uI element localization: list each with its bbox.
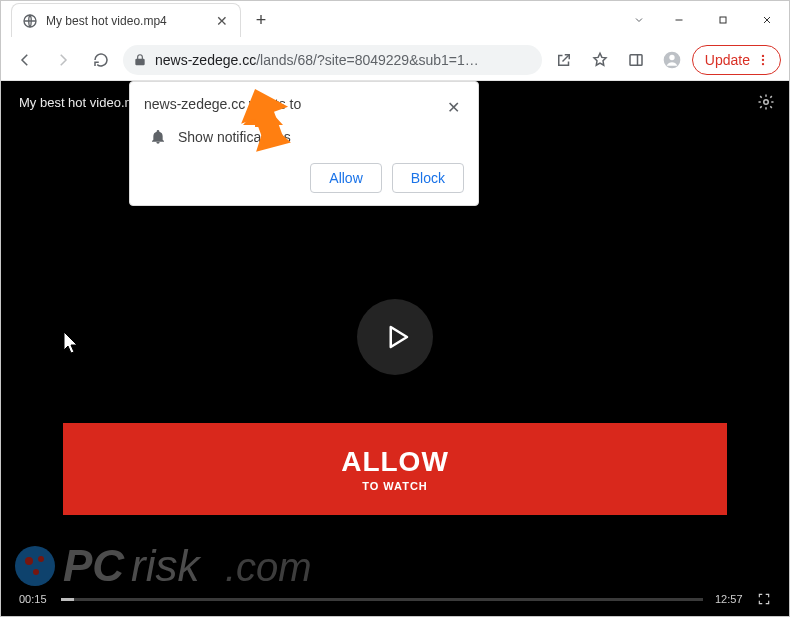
allow-banner-main: ALLOW	[341, 446, 449, 478]
watermark: PC risk .com	[13, 526, 393, 596]
tab-title: My best hot video.mp4	[46, 14, 204, 28]
progress-bar[interactable]	[61, 598, 703, 601]
back-button[interactable]	[9, 44, 41, 76]
allow-button[interactable]: Allow	[310, 163, 381, 193]
share-button[interactable]	[548, 44, 580, 76]
lock-icon	[133, 53, 147, 67]
svg-point-5	[762, 54, 764, 56]
profile-button[interactable]	[656, 44, 688, 76]
time-current: 00:15	[19, 593, 49, 605]
svg-text:.com: .com	[225, 545, 312, 589]
new-tab-button[interactable]: +	[247, 6, 275, 34]
svg-point-6	[762, 58, 764, 60]
svg-point-7	[762, 62, 764, 64]
svg-point-13	[25, 557, 33, 565]
url-text: news-zedege.cc/lands/68/?site=8049229&su…	[155, 52, 479, 68]
page-content: My best hot video.mp4 news-zedege.cc wan…	[1, 81, 789, 616]
bookmark-button[interactable]	[584, 44, 616, 76]
svg-point-12	[15, 546, 55, 586]
tab-search-button[interactable]	[621, 4, 657, 36]
play-button[interactable]	[357, 299, 433, 375]
reload-button[interactable]	[85, 44, 117, 76]
url-host: news-zedege.cc	[155, 52, 256, 68]
globe-icon	[22, 13, 38, 29]
allow-to-watch-banner[interactable]: ALLOW TO WATCH	[63, 423, 727, 515]
video-controls: 00:15 12:57	[19, 592, 771, 606]
browser-tab[interactable]: My best hot video.mp4 ✕	[11, 3, 241, 37]
block-button[interactable]: Block	[392, 163, 464, 193]
svg-text:PC: PC	[63, 541, 125, 590]
mouse-cursor-icon	[63, 331, 81, 355]
forward-button[interactable]	[47, 44, 79, 76]
browser-window: My best hot video.mp4 ✕ +	[0, 0, 790, 617]
kebab-icon	[756, 53, 770, 67]
address-bar[interactable]: news-zedege.cc/lands/68/?site=8049229&su…	[123, 45, 542, 75]
tab-close-icon[interactable]: ✕	[212, 11, 232, 31]
notification-origin-text: news-zedege.cc wants to	[144, 96, 443, 112]
notification-permission-dialog: news-zedege.cc wants to ✕ Show notificat…	[129, 81, 479, 206]
svg-point-14	[38, 556, 44, 562]
window-maximize-button[interactable]	[701, 4, 745, 36]
bell-icon	[150, 129, 166, 145]
settings-icon[interactable]	[757, 93, 775, 111]
time-total: 12:57	[715, 593, 745, 605]
notification-line: Show notifications	[178, 129, 291, 145]
svg-rect-2	[630, 54, 642, 65]
svg-point-15	[33, 569, 39, 575]
update-label: Update	[705, 52, 750, 68]
svg-text:risk: risk	[131, 541, 201, 590]
titlebar: My best hot video.mp4 ✕ +	[1, 1, 789, 39]
svg-rect-1	[720, 17, 726, 23]
url-path: /lands/68/?site=8049229&sub1=1…	[256, 52, 479, 68]
toolbar: news-zedege.cc/lands/68/?site=8049229&su…	[1, 39, 789, 81]
toolbar-actions: Update	[548, 44, 781, 76]
allow-banner-sub: TO WATCH	[362, 480, 428, 492]
window-minimize-button[interactable]	[657, 4, 701, 36]
side-panel-button[interactable]	[620, 44, 652, 76]
fullscreen-icon[interactable]	[757, 592, 771, 606]
dialog-close-icon[interactable]: ✕	[443, 96, 464, 119]
progress-fill	[61, 598, 74, 601]
window-close-button[interactable]	[745, 4, 789, 36]
update-button[interactable]: Update	[692, 45, 781, 75]
svg-point-4	[669, 54, 674, 59]
svg-point-8	[764, 100, 769, 105]
